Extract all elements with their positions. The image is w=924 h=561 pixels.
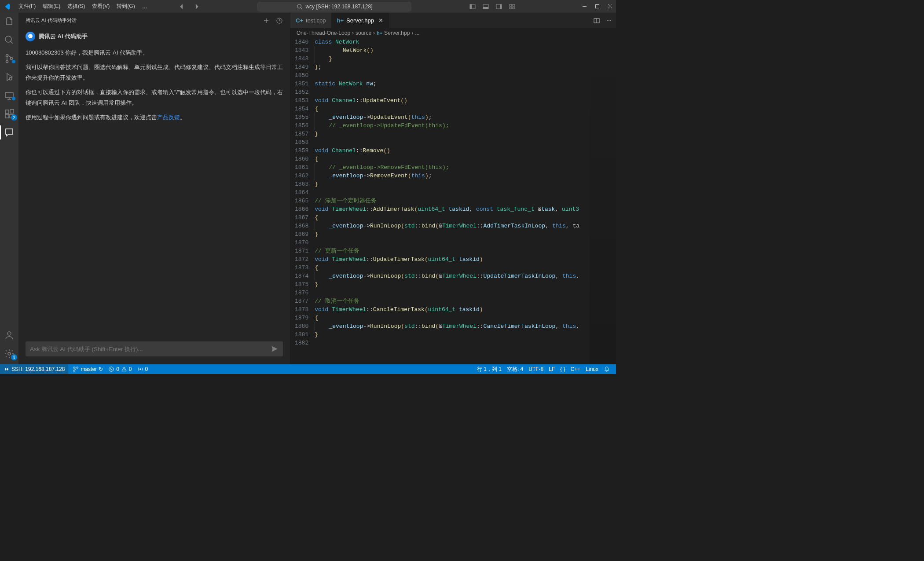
remote-icon: [4, 366, 10, 372]
svg-point-28: [77, 367, 78, 369]
menu-more[interactable]: …: [139, 4, 150, 10]
chat-greeting: 100030802303 你好，我是腾讯云 AI 代码助手。: [26, 48, 283, 58]
activity-chat[interactable]: [4, 127, 15, 138]
status-position[interactable]: 行 1，列 1: [474, 366, 504, 373]
layout-customize-icon[interactable]: [509, 3, 516, 10]
status-ports[interactable]: 0: [135, 366, 151, 372]
assistant-name: 腾讯云 AI 代码助手: [39, 33, 88, 40]
status-bell[interactable]: [601, 366, 612, 373]
tab-close-icon[interactable]: ✕: [378, 17, 383, 24]
radio-icon: [137, 366, 143, 372]
send-icon[interactable]: [271, 345, 279, 353]
minimap[interactable]: ──────────── ──────────────────── ──────…: [590, 38, 616, 364]
chat-input-field[interactable]: [30, 346, 271, 352]
chat-intro3: 使用过程中如果你遇到问题或有改进建议，欢迎点击产品反馈。: [26, 112, 283, 122]
chat-header-title: 腾讯云 AI 代码助手对话: [26, 17, 77, 24]
svg-rect-4: [483, 7, 488, 9]
window-controls: [582, 4, 612, 9]
svg-point-0: [297, 4, 301, 8]
svg-rect-9: [510, 7, 512, 9]
tab-server-hpp[interactable]: h+ Server.hpp ✕: [332, 13, 389, 28]
status-problems[interactable]: 0 0: [106, 366, 134, 372]
code-content[interactable]: class NetWork NetWork() }}; static NetWo…: [315, 38, 590, 364]
hpp-file-icon: h+: [377, 30, 382, 36]
activity-remote[interactable]: [4, 90, 15, 101]
layout-icons: [469, 3, 516, 10]
nav-arrows: [178, 3, 200, 10]
svg-rect-2: [470, 4, 472, 9]
feedback-link[interactable]: 产品反馈: [157, 114, 180, 121]
editor-tabs: C+ test.cpp h+ Server.hpp ✕ ⋯: [290, 13, 616, 28]
editor-area: C+ test.cpp h+ Server.hpp ✕ ⋯ One-Thread…: [290, 13, 616, 364]
sync-icon: ↻: [99, 366, 103, 372]
minimap-content: ──────────── ──────────────────── ──────…: [590, 38, 616, 104]
status-language[interactable]: C++: [568, 366, 583, 373]
svg-point-13: [6, 55, 8, 57]
svg-rect-10: [513, 7, 515, 9]
activity-account[interactable]: [4, 330, 15, 341]
chat-input-area: [18, 337, 290, 364]
chat-intro2: 你也可以通过下方的对话框，直接输入你的需求。或者输入"/"触发常用指令。也可以选…: [26, 87, 283, 108]
search-icon: [297, 4, 303, 10]
activity-search[interactable]: [4, 35, 15, 45]
activity-settings[interactable]: 1: [4, 348, 15, 359]
branch-icon: [73, 366, 79, 372]
error-icon: [108, 366, 114, 372]
command-center[interactable]: wcy [SSH: 192.168.187.128]: [257, 2, 411, 11]
svg-point-30: [139, 368, 141, 370]
svg-point-15: [11, 58, 13, 60]
close-icon[interactable]: [608, 4, 612, 9]
minimize-icon[interactable]: [582, 4, 587, 9]
main-area: 2 1 腾讯云 AI 代码助手对话: [0, 13, 616, 364]
nav-forward-icon[interactable]: [193, 3, 200, 10]
nav-back-icon[interactable]: [178, 3, 185, 10]
menu-view[interactable]: 查看(V): [89, 3, 112, 10]
cpp-file-icon: C+: [296, 17, 303, 24]
menu-file[interactable]: 文件(F): [16, 3, 38, 10]
status-eol[interactable]: LF: [546, 366, 557, 373]
tab-test-cpp[interactable]: C+ test.cpp: [290, 13, 332, 28]
status-spaces[interactable]: 空格: 4: [504, 366, 526, 373]
history-icon[interactable]: [276, 17, 283, 24]
tab-more-icon[interactable]: ⋯: [606, 18, 612, 24]
menu-goto[interactable]: 转到(G): [114, 3, 137, 10]
menu-edit[interactable]: 编辑(E): [40, 3, 63, 10]
scm-badge: [12, 60, 15, 63]
menu-select[interactable]: 选择(S): [65, 3, 88, 10]
status-remote[interactable]: SSH: 192.168.187.128: [0, 364, 68, 374]
activity-explorer[interactable]: [4, 16, 15, 27]
status-lang-indicator[interactable]: { }: [557, 366, 568, 373]
assistant-logo-icon: [26, 32, 35, 41]
chat-header: 腾讯云 AI 代码助手对话: [18, 13, 290, 28]
activity-extensions[interactable]: 2: [4, 109, 15, 119]
layout-panel-icon[interactable]: [482, 3, 489, 10]
extensions-badge: 2: [11, 114, 17, 121]
code-editor[interactable]: 1840184318481849185018511852185318541855…: [290, 38, 616, 364]
breadcrumb[interactable]: One-Thread-One-Loop› source› h+ Server.h…: [290, 28, 616, 38]
svg-rect-19: [5, 114, 9, 118]
remote-badge: [12, 97, 15, 100]
status-encoding[interactable]: UTF-8: [526, 366, 546, 373]
status-os[interactable]: Linux: [583, 366, 601, 373]
activity-scm[interactable]: [4, 53, 15, 64]
layout-sidebar-right-icon[interactable]: [495, 3, 502, 10]
status-branch[interactable]: master ↻: [70, 366, 106, 372]
maximize-icon[interactable]: [595, 4, 600, 9]
svg-rect-8: [513, 4, 515, 6]
bell-icon: [604, 366, 610, 372]
svg-point-16: [9, 77, 12, 80]
settings-badge: 1: [11, 354, 17, 360]
chat-sidebar: 腾讯云 AI 代码助手对话 腾讯云 AI 代码助手 100030802303 你…: [18, 13, 290, 364]
new-chat-icon[interactable]: [263, 17, 270, 24]
split-editor-icon[interactable]: [593, 17, 600, 24]
svg-point-23: [8, 352, 11, 355]
svg-point-14: [6, 61, 8, 63]
chat-content: 腾讯云 AI 代码助手 100030802303 你好，我是腾讯云 AI 代码助…: [18, 28, 290, 337]
svg-rect-6: [500, 4, 502, 9]
chat-input[interactable]: [26, 341, 283, 356]
svg-point-12: [5, 36, 11, 42]
warning-icon: [121, 366, 127, 372]
layout-sidebar-left-icon[interactable]: [469, 3, 476, 10]
search-text: wcy [SSH: 192.168.187.128]: [305, 4, 372, 10]
activity-debug[interactable]: [4, 72, 15, 82]
